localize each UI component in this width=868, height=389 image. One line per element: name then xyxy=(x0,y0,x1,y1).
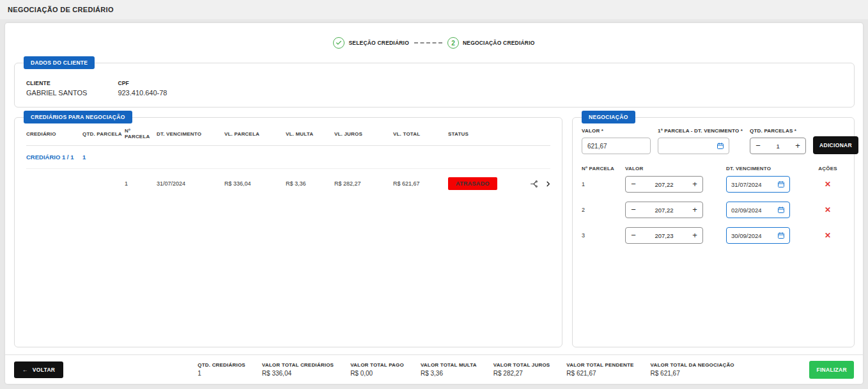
decrement-button[interactable]: − xyxy=(626,202,641,218)
parcel-value: 207,22 xyxy=(655,207,673,214)
column-header: VALOR xyxy=(625,166,726,171)
summary-label: VALOR TOTAL MULTA xyxy=(421,362,477,368)
summary-valor-total-negociacao: VALOR TOTAL DA NEGOCIAÇÃO R$ 621,67 xyxy=(651,362,734,377)
calendar-icon xyxy=(777,180,785,188)
increment-button[interactable]: + xyxy=(687,228,702,243)
qtd-parcelas-group: QTD. PARCELAS * − 1 + xyxy=(750,128,806,154)
minus-icon: − xyxy=(631,179,636,189)
parcel-interest: R$ 282,27 xyxy=(334,180,393,187)
primeira-parcela-label: 1ª PARCELA - DT. VENCIMENTO * xyxy=(658,128,743,134)
negociacao-panel: NEGOCIAÇÃO VALOR * 1ª PARCELA - DT. VENC… xyxy=(572,117,855,347)
parcel-due-date: 31/07/2024 xyxy=(157,180,224,187)
qtd-parcelas-label: QTD. PARCELAS * xyxy=(750,128,806,134)
parcel-due-date-value: 30/09/2024 xyxy=(731,232,762,239)
minus-icon: − xyxy=(631,205,636,214)
increment-button[interactable]: + xyxy=(687,202,702,218)
calendar-icon xyxy=(777,206,785,214)
client-name-label: CLIENTE xyxy=(26,80,87,86)
summary-label: VALOR TOTAL PENDENTE xyxy=(566,362,633,368)
minus-icon: − xyxy=(756,141,761,150)
parcel-due-date-input[interactable]: 02/09/2024 xyxy=(726,202,790,218)
totals-summary: QTD. CREDIÁRIOS 1 VALOR TOTAL CREDIÁRIOS… xyxy=(198,362,734,377)
delete-icon: ✕ xyxy=(825,180,831,189)
summary-value: R$ 621,67 xyxy=(651,370,734,377)
summary-valor-total-crediarios: VALOR TOTAL CREDIÁRIOS R$ 336,04 xyxy=(262,362,334,377)
client-cpf-field: CPF 923.410.640-78 xyxy=(118,80,167,97)
voltar-button-label: VOLTAR xyxy=(33,367,55,373)
crediarios-panel-badge: CREDIÁRIOS PARA NEGOCIAÇÃO xyxy=(24,111,132,123)
client-cpf-value: 923.410.640-78 xyxy=(118,89,167,97)
summary-label: VALOR TOTAL DA NEGOCIAÇÃO xyxy=(651,362,734,368)
crediarios-panel: CREDIÁRIOS PARA NEGOCIAÇÃO CREDIÁRIO QTD… xyxy=(14,117,562,347)
increment-button[interactable]: + xyxy=(687,177,702,192)
negotiation-parcel-row: 1 − 207,22 + 31/07/2024 ✕ xyxy=(573,171,854,197)
crediario-group-link[interactable]: CREDIÁRIO 1 / 1 xyxy=(26,154,82,161)
step-connector xyxy=(414,42,442,44)
parcel-number: 3 xyxy=(582,232,625,239)
status-badge: ATRASADO xyxy=(448,177,497,190)
summary-qtd-crediarios: QTD. CREDIÁRIOS 1 xyxy=(198,362,245,377)
primeira-parcela-group: 1ª PARCELA - DT. VENCIMENTO * xyxy=(658,128,743,154)
delete-parcel-button[interactable]: ✕ xyxy=(825,205,831,214)
decrement-button[interactable]: − xyxy=(750,138,766,154)
delete-icon: ✕ xyxy=(825,205,831,214)
step-label: SELEÇÃO CREDIÁRIO xyxy=(348,40,409,46)
valor-label: VALOR * xyxy=(582,128,651,134)
voltar-button[interactable]: ← VOLTAR xyxy=(14,361,63,378)
parcel-row-actions xyxy=(520,180,552,188)
adicionar-button[interactable]: ADICIONAR xyxy=(813,136,858,154)
delete-parcel-button[interactable]: ✕ xyxy=(825,180,831,189)
calendar-icon xyxy=(777,232,785,239)
chevron-right-icon xyxy=(545,180,552,187)
crediario-group-qtd: 1 xyxy=(82,154,125,161)
column-header: AÇÕES xyxy=(809,166,846,171)
summary-value: 1 xyxy=(198,370,245,377)
stepper: SELEÇÃO CREDIÁRIO 2 NEGOCIAÇÃO CREDIÁRIO xyxy=(5,23,863,49)
main-card: SELEÇÃO CREDIÁRIO 2 NEGOCIAÇÃO CREDIÁRIO… xyxy=(5,23,863,384)
summary-value: R$ 621,67 xyxy=(566,370,633,377)
column-header: VL. PARCELA xyxy=(224,131,286,137)
column-header: CREDIÁRIO xyxy=(26,131,82,137)
parcel-due-date-input[interactable]: 31/07/2024 xyxy=(726,176,790,193)
parcel-value: R$ 336,04 xyxy=(224,180,286,187)
parcel-value: 207,23 xyxy=(655,232,673,239)
parcel-value-stepper: − 207,23 + xyxy=(625,227,703,244)
primeira-parcela-date-input[interactable] xyxy=(658,138,729,154)
client-panel: DADOS DO CLIENTE CLIENTE GABRIEL SANTOS … xyxy=(14,63,855,107)
finalizar-button[interactable]: FINALIZAR xyxy=(809,361,854,379)
column-header: QTD. PARCELA xyxy=(82,131,125,137)
split-parcel-button[interactable] xyxy=(530,180,538,188)
parcel-due-date-input[interactable]: 30/09/2024 xyxy=(726,227,790,244)
column-header: Nº PARCELA xyxy=(582,166,625,171)
parcel-number: 2 xyxy=(582,207,625,213)
parcel-value-stepper: − 207,22 + xyxy=(625,176,703,193)
plus-icon: + xyxy=(692,179,697,189)
increment-button[interactable]: + xyxy=(790,138,805,154)
summary-valor-total-multa: VALOR TOTAL MULTA R$ 3,36 xyxy=(421,362,477,377)
plus-icon: + xyxy=(692,205,697,214)
decrement-button[interactable]: − xyxy=(626,228,641,243)
summary-value: R$ 336,04 xyxy=(262,370,334,377)
plus-icon: + xyxy=(692,230,697,240)
delete-parcel-button[interactable]: ✕ xyxy=(825,231,831,240)
expand-parcel-button[interactable] xyxy=(545,180,552,187)
parcel-fine: R$ 3,36 xyxy=(286,180,334,187)
valor-input[interactable] xyxy=(582,138,651,154)
summary-label: VALOR TOTAL PAGO xyxy=(350,362,404,368)
summary-valor-total-juros: VALOR TOTAL JUROS R$ 282,27 xyxy=(493,362,550,377)
parcel-total: R$ 621,67 xyxy=(393,180,448,187)
negociacao-table-header: Nº PARCELA VALOR DT. VENCIMENTO AÇÕES xyxy=(573,166,854,171)
step-selecao-crediario: SELEÇÃO CREDIÁRIO xyxy=(333,37,409,49)
qtd-parcelas-stepper: − 1 + xyxy=(750,138,806,154)
valor-group: VALOR * xyxy=(582,128,651,154)
crediario-parcel-row: 1 31/07/2024 R$ 336,04 R$ 3,36 R$ 282,27… xyxy=(26,169,550,198)
step-number-circle: 2 xyxy=(447,37,459,49)
step-done-circle xyxy=(333,37,345,49)
client-cpf-label: CPF xyxy=(118,80,167,86)
crediario-group-row[interactable]: CREDIÁRIO 1 / 1 1 xyxy=(26,146,550,169)
decrement-button[interactable]: − xyxy=(626,177,641,192)
summary-label: QTD. CREDIÁRIOS xyxy=(198,362,245,368)
top-bar: NEGOCIAÇÃO DE CREDIÁRIO xyxy=(0,0,868,19)
summary-value: R$ 0,00 xyxy=(350,370,404,377)
client-panel-badge: DADOS DO CLIENTE xyxy=(24,56,95,69)
